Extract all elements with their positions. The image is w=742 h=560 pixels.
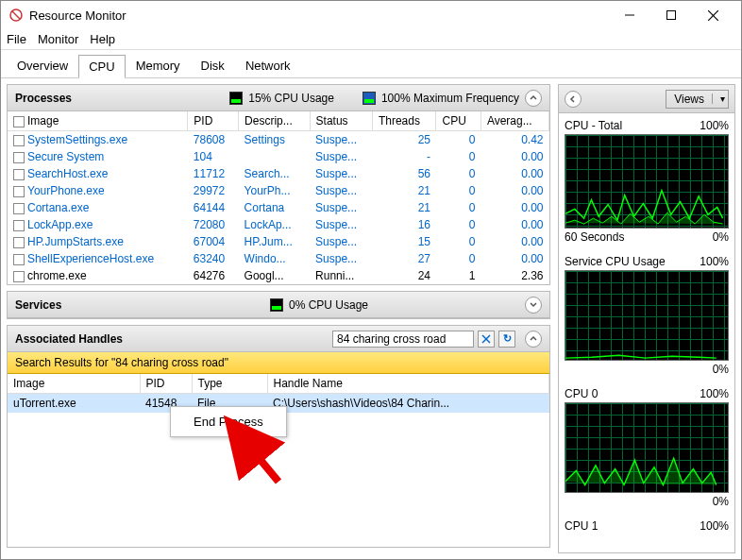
graph-cpu0 [565,402,729,493]
collapse-handles-button[interactable] [525,331,542,348]
context-menu: End Process [170,406,287,437]
services-cpu-label: 0% CPU Usage [289,298,368,312]
tab-disk[interactable]: Disk [191,54,235,77]
graph-seconds-label: 60 Seconds [565,230,624,244]
graph-cpu-total-label: CPU - Total [565,119,622,132]
row-checkbox[interactable] [13,135,25,146]
graph-seconds-value: 0% [713,230,729,244]
table-row[interactable]: HP.JumpStarts.exe67004HP.Jum...Suspe...1… [8,233,549,250]
app-icon [8,8,24,23]
cpu-usage-label: 15% CPU Usage [248,92,334,105]
table-row[interactable]: Cortana.exe64144CortanaSuspe...2100.00 [8,199,549,216]
table-row[interactable]: chrome.exe64276Googl...Runni...2412.36 [8,267,549,284]
menu-help[interactable]: Help [90,32,115,46]
close-button[interactable] [692,2,734,28]
views-dropdown-icon[interactable]: ▾ [712,93,728,104]
col-pid[interactable]: PID [188,111,239,131]
col-desc[interactable]: Descrip... [239,111,310,131]
collapse-services-button[interactable] [525,297,542,314]
processes-title: Processes [15,92,72,105]
tab-network[interactable]: Network [235,54,301,77]
tab-memory[interactable]: Memory [126,54,191,77]
processes-table: Image PID Descrip... Status Threads CPU … [8,111,549,284]
col-cpu[interactable]: CPU [436,111,481,131]
views-label: Views [666,93,712,106]
select-all-checkbox[interactable] [13,116,25,127]
processes-panel: Processes 15% CPU Usage 100% Maximum Fre… [7,84,550,285]
graph-cpu0-value: 100% [700,387,729,400]
graph-service-value: 100% [700,255,729,268]
handle-image: uTorrent.exe [8,394,140,414]
menu-monitor[interactable]: Monitor [38,32,78,46]
cpu-usage-indicator-icon [229,92,243,105]
clear-search-button[interactable] [478,331,495,348]
row-checkbox[interactable] [13,220,25,231]
row-checkbox[interactable] [13,152,25,163]
row-checkbox[interactable] [13,237,25,248]
collapse-graphs-button[interactable] [565,91,582,108]
collapse-processes-button[interactable] [525,90,542,107]
max-freq-indicator-icon [363,92,376,105]
services-title: Services [15,298,61,312]
table-row[interactable]: SystemSettings.exe78608SettingsSuspe...2… [8,131,549,149]
col-threads[interactable]: Threads [372,111,436,131]
search-results-bar: Search Results for "84 charing cross roa… [8,352,549,374]
col-handle-type[interactable]: Type [192,374,267,394]
tab-overview[interactable]: Overview [7,54,78,77]
col-image[interactable]: Image [27,114,59,127]
graph-cpu-total-value: 100% [700,119,729,132]
table-row[interactable]: Secure System104Suspe...-00.00 [8,148,549,165]
handle-name: C:\Users\shash\Videos\84 Charin... [267,394,549,414]
maximize-button[interactable] [650,2,692,28]
context-end-process[interactable]: End Process [171,411,286,433]
services-panel: Services 0% CPU Usage [7,291,550,319]
row-checkbox[interactable] [13,203,25,214]
menu-file[interactable]: File [7,32,26,46]
svg-rect-3 [667,11,676,20]
row-checkbox[interactable] [13,169,25,180]
table-row[interactable]: SearchHost.exe11712Search...Suspe...5600… [8,165,549,182]
handles-search-input[interactable] [332,331,474,348]
col-handle-image[interactable]: Image [8,374,140,394]
graph-cpu0-label: CPU 0 [565,387,598,400]
graph-cpu-total [565,134,729,229]
max-freq-label: 100% Maximum Frequency [381,92,519,105]
svg-line-1 [12,11,20,19]
views-button[interactable]: Views ▾ [666,90,729,109]
row-checkbox[interactable] [13,271,25,282]
table-row[interactable]: LockApp.exe72080LockAp...Suspe...1600.00 [8,216,549,233]
tab-cpu[interactable]: CPU [78,55,125,78]
graph-cpu0-bottom-value: 0% [713,495,729,508]
col-handle-name[interactable]: Handle Name [267,374,549,394]
graph-service-bottom-value: 0% [713,363,729,376]
handles-title: Associated Handles [15,332,123,346]
col-status[interactable]: Status [310,111,372,131]
row-checkbox[interactable] [13,254,25,265]
row-checkbox[interactable] [13,186,25,197]
table-row[interactable]: ShellExperienceHost.exe63240Windo...Susp… [8,250,549,267]
col-handle-pid[interactable]: PID [140,374,192,394]
search-again-button[interactable]: ↻ [498,331,515,348]
graph-service-label: Service CPU Usage [565,255,666,268]
services-cpu-indicator-icon [270,298,283,312]
graph-cpu1-label: CPU 1 [565,519,598,533]
window-title: Resource Monitor [29,8,609,23]
col-avg[interactable]: Averag... [481,111,548,131]
minimize-button[interactable] [609,2,650,28]
graph-cpu1-value: 100% [700,519,729,533]
table-row[interactable]: YourPhone.exe29972YourPh...Suspe...2100.… [8,182,549,199]
graph-service [565,270,729,361]
